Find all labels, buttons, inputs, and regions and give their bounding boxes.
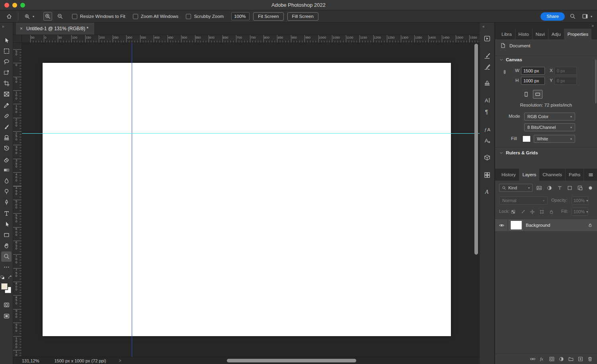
lock-paint-icon[interactable] — [519, 208, 526, 215]
filter-smart-objects-icon[interactable] — [577, 185, 583, 191]
home-icon[interactable] — [5, 12, 14, 21]
crop-tool[interactable] — [1, 78, 12, 89]
checkbox[interactable] — [186, 14, 191, 19]
brushes-panel-icon[interactable] — [482, 62, 492, 72]
fullscreen-window-button[interactable] — [20, 3, 25, 8]
width-input[interactable]: 1500 px — [521, 67, 545, 75]
scrubby-zoom-checkbox[interactable]: Scrubby Zoom — [186, 14, 224, 19]
chevron-down-icon[interactable]: ▾ — [33, 15, 34, 18]
lasso-tool[interactable] — [1, 56, 12, 67]
eyedropper-tool[interactable] — [1, 100, 12, 110]
brush-settings-panel-icon[interactable] — [482, 51, 492, 60]
filter-toggle-icon[interactable] — [587, 185, 594, 191]
character-styles-panel-icon[interactable]: A — [482, 136, 492, 145]
panel-tab-libraries[interactable]: Libra — [498, 29, 515, 39]
checkbox[interactable] — [133, 14, 138, 19]
edit-toolbar-button[interactable] — [1, 262, 12, 273]
clone-source-panel-icon[interactable] — [482, 78, 492, 88]
close-tab-icon[interactable]: × — [20, 26, 23, 31]
fill-screen-button[interactable]: Fill Screen — [287, 12, 318, 21]
panel-tab-navigator[interactable]: Navi — [533, 29, 548, 39]
panel-menu-icon[interactable] — [585, 169, 597, 181]
layer-name[interactable]: Background — [526, 223, 588, 228]
panel-scrollbar[interactable] — [595, 60, 597, 103]
screen-mode-button[interactable] — [1, 311, 12, 321]
zoom-all-windows-checkbox[interactable]: Zoom All Windows — [133, 14, 179, 19]
expand-toolbar-icon[interactable]: » — [0, 23, 13, 30]
rulers-grids-section-header[interactable]: Rulers & Grids — [499, 150, 538, 155]
zoom-in-button[interactable] — [43, 12, 52, 21]
path-selection-tool[interactable] — [1, 219, 12, 229]
blur-tool[interactable] — [1, 175, 12, 186]
filter-pixel-layers-icon[interactable] — [536, 185, 542, 191]
zoom-level-input[interactable]: 100% — [231, 12, 250, 20]
quick-mask-button[interactable] — [1, 300, 12, 310]
canvas-section-header[interactable]: Canvas — [499, 57, 522, 62]
horizontal-guide[interactable] — [22, 133, 480, 134]
filter-adjustment-layers-icon[interactable] — [546, 185, 553, 191]
collapse-panels-icon[interactable]: » — [591, 23, 593, 28]
canvas[interactable] — [43, 63, 451, 336]
new-group-icon[interactable] — [567, 356, 574, 363]
vertical-ruler[interactable]: 5005010015020025030035040045050055060065… — [13, 43, 22, 357]
vertical-guide[interactable] — [132, 43, 132, 357]
lock-position-icon[interactable] — [529, 208, 536, 215]
share-button[interactable]: Share — [540, 12, 565, 21]
fill-select[interactable]: White ▾ — [534, 135, 575, 143]
panel-tab-adjustments[interactable]: Adju — [548, 29, 564, 39]
history-brush-tool[interactable] — [1, 143, 12, 154]
object-selection-tool[interactable] — [1, 68, 12, 78]
resize-windows-to-fit-checkbox[interactable]: Resize Windows to Fit — [72, 14, 125, 19]
zoom-out-button[interactable] — [56, 12, 64, 21]
layer-effects-icon[interactable]: fx — [538, 356, 546, 363]
lock-all-icon[interactable] — [548, 208, 555, 215]
glyphs-panel-icon[interactable]: ƒA — [482, 125, 492, 134]
panel-tab-history[interactable]: History — [498, 169, 519, 181]
rectangle-tool[interactable] — [1, 230, 12, 240]
workspace-switcher-icon[interactable] — [581, 12, 589, 21]
move-tool[interactable] — [1, 35, 12, 45]
status-menu-chevron-icon[interactable]: > — [119, 358, 121, 363]
zoom-tool[interactable] — [1, 251, 12, 262]
dodge-tool[interactable] — [1, 187, 12, 197]
panel-tab-channels[interactable]: Channels — [539, 169, 566, 181]
close-window-button[interactable] — [4, 3, 9, 8]
brush-tool[interactable] — [1, 122, 12, 132]
vertical-scrollbar[interactable] — [474, 44, 478, 255]
rectangular-marquee-tool[interactable] — [1, 46, 12, 56]
chevron-down-icon[interactable]: ▾ — [591, 15, 592, 18]
document-tab[interactable]: × Untitled-1 @ 131% (RGB/8) * — [16, 23, 95, 35]
actions-panel-icon[interactable] — [482, 34, 492, 43]
layer-row-background[interactable]: Background — [495, 219, 597, 231]
bit-depth-select[interactable]: 8 Bits/Channel ▾ — [524, 123, 575, 131]
adjustment-layer-icon[interactable] — [558, 356, 565, 363]
panel-tab-layers[interactable]: Layers — [519, 169, 540, 181]
status-zoom-input[interactable]: 131,12% — [22, 358, 39, 363]
minimize-window-button[interactable] — [12, 3, 17, 8]
pasteboard[interactable] — [22, 43, 480, 357]
color-mode-select[interactable]: RGB Color ▾ — [524, 113, 575, 121]
paragraph-panel-icon[interactable]: ¶ — [482, 107, 492, 117]
lock-transparency-icon[interactable] — [510, 208, 517, 215]
clone-stamp-tool[interactable] — [1, 132, 12, 143]
delete-layer-icon[interactable] — [586, 356, 593, 363]
checkbox[interactable] — [72, 14, 77, 19]
panel-tab-properties[interactable]: Properties — [564, 29, 591, 39]
new-layer-icon[interactable] — [577, 356, 584, 363]
pen-tool[interactable] — [1, 197, 12, 208]
foreground-color-swatch[interactable] — [1, 283, 8, 290]
fit-screen-button[interactable]: Fit Screen — [253, 12, 283, 21]
layer-thumbnail[interactable] — [510, 220, 522, 230]
filter-shape-layers-icon[interactable] — [566, 185, 573, 191]
eraser-tool[interactable] — [1, 154, 12, 164]
height-input[interactable]: 1000 px — [521, 77, 545, 85]
layer-lock-icon[interactable] — [588, 223, 593, 228]
horizontal-ruler[interactable]: 5005010015020025030035040045050055060065… — [22, 35, 480, 43]
character-panel-icon[interactable]: A — [482, 95, 492, 105]
frame-tool[interactable] — [1, 89, 12, 99]
styles-panel-icon[interactable]: A — [482, 187, 492, 197]
type-tool[interactable] — [1, 208, 12, 218]
fill-color-swatch[interactable] — [522, 135, 531, 142]
filter-kind-select[interactable]: Kind ▾ — [499, 184, 533, 192]
patterns-panel-icon[interactable] — [482, 170, 492, 180]
